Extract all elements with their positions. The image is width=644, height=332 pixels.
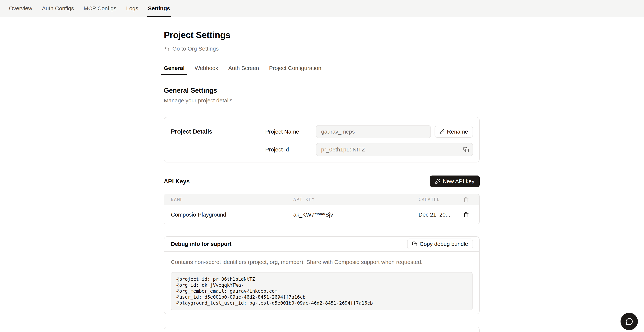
api-key-created: Dec 21, 20... [418, 211, 453, 218]
copy-icon [463, 147, 469, 152]
api-keys-table: NAME API KEY CREATED Composio-Playground… [164, 194, 480, 224]
tab-webhook[interactable]: Webhook [192, 65, 221, 75]
project-name-input[interactable] [316, 125, 431, 138]
copy-debug-bundle-button[interactable]: Copy debug bundle [407, 239, 473, 249]
bundle-line: @playground_test_user_id: pg-test-d5e001… [176, 300, 467, 306]
chat-button[interactable] [620, 313, 638, 330]
api-key-value: ak_KW7*****Sjv [293, 211, 418, 218]
copy-debug-bundle-label: Copy debug bundle [420, 241, 468, 247]
project-details-fields: Project Name Rename Project Id [265, 125, 473, 156]
debug-card-title: Debug info for support [171, 241, 232, 247]
trash-icon [464, 197, 469, 202]
settings-tabs: General Webhook Auth Screen Project Conf… [161, 65, 488, 75]
nav-item-overview[interactable]: Overview [8, 0, 33, 17]
api-keys-title: API Keys [164, 178, 190, 185]
debug-card-body: Contains non-secret identifiers (project… [164, 252, 479, 314]
general-settings-subheading: Manage your project details. [164, 97, 480, 104]
debug-description: Contains non-secret identifiers (project… [171, 259, 472, 265]
api-key-name: Composio-Playground [164, 211, 293, 218]
pencil-icon [440, 129, 444, 134]
project-name-label: Project Name [265, 129, 316, 135]
copy-project-id-button[interactable] [463, 147, 469, 152]
api-key-row: Composio-Playground ak_KW7*****Sjv Dec 2… [164, 205, 479, 224]
bundle-line: @org_id: ok_jVveqqkYFWa- [176, 282, 467, 288]
bundle-line: @org_member_email: gaurav@inkeep.com [176, 288, 467, 294]
org-settings-link-label: Go to Org Settings [172, 46, 218, 52]
project-id-row: Project Id [265, 143, 473, 156]
column-api-key: API KEY [293, 197, 418, 202]
top-nav: Overview Auth Configs MCP Configs Logs S… [0, 0, 644, 17]
bundle-line: @project_id: pr_06th1pLdNtTZ [176, 276, 467, 282]
debug-bundle-code: @project_id: pr_06th1pLdNtTZ @org_id: ok… [171, 272, 472, 310]
tab-project-configuration[interactable]: Project Configuration [266, 65, 324, 75]
org-settings-link[interactable]: Go to Org Settings [164, 46, 218, 52]
nav-item-logs[interactable]: Logs [125, 0, 140, 17]
nav-item-settings[interactable]: Settings [147, 0, 171, 17]
project-details-title: Project Details [171, 125, 265, 156]
key-icon [435, 179, 440, 184]
debug-info-card: Debug info for support Copy debug bundle… [164, 236, 480, 314]
nav-item-auth-configs[interactable]: Auth Configs [41, 0, 75, 17]
main-content: Project Settings Go to Org Settings Gene… [164, 17, 480, 332]
column-created: CREATED [418, 197, 453, 202]
trash-icon [464, 212, 469, 217]
new-api-key-button-label: New API key [443, 178, 474, 184]
rename-button-label: Rename [447, 129, 468, 135]
copy-icon [412, 241, 417, 247]
project-id-label: Project Id [265, 146, 316, 153]
tab-auth-screen[interactable]: Auth Screen [226, 65, 262, 75]
page-title: Project Settings [164, 30, 480, 40]
column-name: NAME [164, 197, 293, 202]
project-id-input-wrap [316, 143, 473, 156]
bundle-line: @user_id: d5e001b0-09ac-46d2-8451-2694ff… [176, 294, 467, 300]
nav-item-mcp-configs[interactable]: MCP Configs [82, 0, 118, 17]
debug-card-header: Debug info for support Copy debug bundle [164, 237, 479, 252]
rename-button[interactable]: Rename [434, 126, 473, 138]
project-id-input[interactable] [316, 143, 473, 156]
api-keys-header: API Keys New API key [164, 176, 480, 187]
project-name-row: Project Name Rename [265, 125, 473, 138]
corner-up-left-icon [164, 46, 170, 52]
new-api-key-button[interactable]: New API key [430, 176, 480, 187]
column-delete [453, 197, 479, 202]
api-keys-table-header: NAME API KEY CREATED [164, 194, 479, 205]
tab-general[interactable]: General [161, 65, 187, 75]
message-circle-icon [625, 317, 634, 326]
project-details-card: Project Details Project Name Rename Proj… [164, 117, 480, 162]
delete-api-key-button[interactable] [464, 212, 469, 217]
next-section-card [164, 326, 480, 332]
general-settings-heading: General Settings [164, 86, 480, 95]
